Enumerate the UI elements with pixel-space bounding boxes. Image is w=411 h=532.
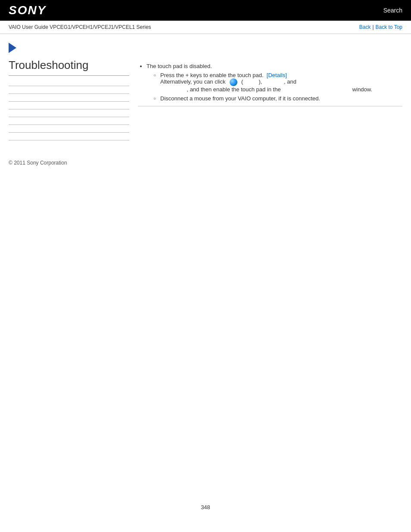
footer: © 2011 Sony Corporation <box>0 142 411 174</box>
sub-item-press-keys: Press the + keys to enable the touch pad… <box>153 72 402 93</box>
sidebar: Troubleshooting <box>9 59 129 142</box>
back-to-top-link[interactable]: Back to Top <box>376 24 402 30</box>
arrow-section <box>0 34 411 59</box>
alt-middle1: ( <box>241 78 243 85</box>
separator: | <box>372 24 374 30</box>
search-button[interactable]: Search <box>383 7 402 14</box>
section-arrow-icon <box>9 43 16 53</box>
sub-item-disconnect-mouse: Disconnect a mouse from your VAIO comput… <box>153 95 402 102</box>
list-item-touchpad: The touch pad is disabled. Press the + k… <box>146 63 402 102</box>
details-link[interactable]: [Details] <box>267 72 287 78</box>
main-content: Troubleshooting The touch pad is disable… <box>0 59 411 142</box>
alt-window: window. <box>352 86 372 93</box>
press-keys-prefix: Press the <box>160 72 184 78</box>
nav-links: Back | Back to Top <box>359 24 402 30</box>
press-keys-suffix: keys to enable the touch pad. <box>190 72 264 78</box>
page-number: 348 <box>0 495 411 519</box>
content-area: The touch pad is disabled. Press the + k… <box>138 59 402 142</box>
alternatively-prefix: Alternatively, you can click <box>160 78 226 85</box>
alt-middle2: ), <box>258 78 262 85</box>
sub-list: Press the + keys to enable the touch pad… <box>146 72 402 102</box>
sidebar-item <box>9 103 129 109</box>
sidebar-item <box>9 119 129 125</box>
sidebar-item <box>9 111 129 117</box>
touchpad-disabled-text: The touch pad is disabled. <box>146 63 212 69</box>
content-list: The touch pad is disabled. Press the + k… <box>138 63 402 102</box>
page-number-value: 348 <box>201 504 210 510</box>
alt-suffix: , and then enable the touch pad in the <box>187 86 280 93</box>
key-combo: + <box>186 72 190 78</box>
sidebar-item <box>9 80 129 86</box>
sidebar-title: Troubleshooting <box>9 59 129 76</box>
globe-icon <box>230 78 237 86</box>
sony-logo: SONY <box>9 3 46 17</box>
back-link[interactable]: Back <box>359 24 371 30</box>
sidebar-item <box>9 88 129 94</box>
header: SONY Search <box>0 0 411 21</box>
sidebar-item <box>9 134 129 140</box>
content-separator <box>138 106 402 106</box>
copyright-text: © 2011 Sony Corporation <box>9 160 67 166</box>
alt-and: , and <box>284 78 296 85</box>
sidebar-links <box>9 80 129 140</box>
guide-title: VAIO User Guide VPCEG1/VPCEH1/VPCEJ1/VPC… <box>9 24 151 30</box>
breadcrumb-bar: VAIO User Guide VPCEG1/VPCEH1/VPCEJ1/VPC… <box>0 21 411 34</box>
disconnect-mouse-text: Disconnect a mouse from your VAIO comput… <box>160 95 320 102</box>
sidebar-item <box>9 127 129 133</box>
sidebar-item <box>9 96 129 102</box>
